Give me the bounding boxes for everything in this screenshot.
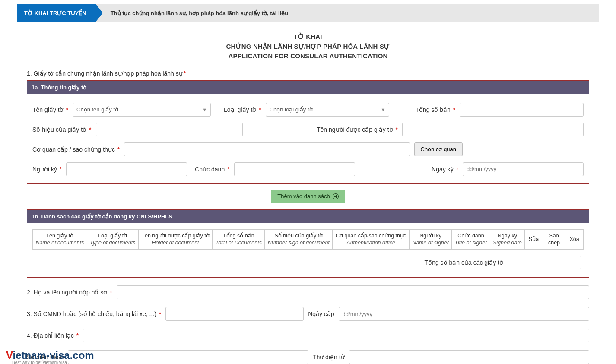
- signer-label: Người ký *: [32, 166, 62, 173]
- doc-name-label: Tên giấy tờ *: [32, 106, 68, 113]
- doc-number-label: Số hiệu của giấy tờ *: [32, 126, 92, 133]
- total-copies-input[interactable]: [460, 103, 584, 117]
- sign-date-input[interactable]: [463, 162, 584, 176]
- col-signer: Người kýName of signer: [409, 229, 451, 250]
- row-issuing-office: Cơ quan cấp / sao chứng thực * Chọn cơ q…: [32, 142, 584, 156]
- title-label: Chức danh *: [195, 166, 229, 173]
- id-number-input[interactable]: [165, 307, 304, 321]
- col-total: Tổng số bảnTotal of Documents: [213, 229, 265, 250]
- form-container: TỜ KHAI CHỨNG NHẬN LÃNH SỰ/HỢP PHÁP HÓA …: [17, 22, 599, 364]
- title-input[interactable]: [234, 162, 355, 176]
- panel-1a-head: 1a. Thông tin giấy tờ: [27, 81, 589, 94]
- breadcrumb-tab: TỜ KHAI TRỰC TUYẾN: [17, 4, 96, 22]
- row-number-holder: Số hiệu của giấy tờ * Tên người được cấp…: [32, 123, 584, 136]
- total-copies-summary-label: Tổng số bản của các giấy tờ: [425, 259, 503, 266]
- col-copy: Sao chép: [543, 229, 565, 250]
- row-signer-title-date: Người ký * Chức danh * Ngày ký *: [32, 162, 584, 176]
- doc-type-label: Loại giấy tờ *: [224, 106, 261, 113]
- heading-line-3: APPLICATION FOR CONSULAR AUTHENTICATION: [27, 51, 589, 61]
- q4-label: 4. Địa chỉ liên lạc *: [27, 332, 79, 339]
- watermark-tagline: Best way to get vietnam visa: [12, 360, 67, 364]
- panel-1b-head: 1b. Danh sách các giấy tờ cần đăng ký CN…: [27, 210, 589, 223]
- q2-row: 2. Họ và tên người nộp hồ sơ *: [27, 285, 589, 299]
- holder-name-input[interactable]: [402, 123, 584, 136]
- phone-input[interactable]: [68, 350, 308, 364]
- col-delete: Xóa: [565, 229, 584, 250]
- page-root: TỜ KHAI TRỰC TUYẾN Thủ tục chứng nhận lã…: [0, 4, 616, 364]
- col-number: Số hiệu của giấy tờNumber sign of docume…: [265, 229, 333, 250]
- add-to-list-row: Thêm vào danh sách: [27, 190, 589, 203]
- chevron-down-icon: ▼: [381, 107, 386, 112]
- row-doc-name-type-total: Tên giấy tờ * Chọn tên giấy tờ ▼ Loại gi…: [32, 103, 584, 117]
- q4-row: 4. Địa chỉ liên lạc *: [27, 329, 589, 342]
- q2-label: 2. Họ và tên người nộp hồ sơ *: [27, 289, 112, 296]
- doc-type-select[interactable]: Chọn loại giấy tờ ▼: [266, 103, 390, 117]
- documents-table: Tên giấy tờName of documents Loại giấy t…: [32, 229, 584, 250]
- total-copies-summary: Tổng số bản của các giấy tờ: [32, 250, 584, 271]
- issuing-office-input[interactable]: [124, 142, 410, 156]
- col-date: Ngày kýSigned date: [490, 229, 524, 250]
- address-input[interactable]: [83, 329, 589, 342]
- applicant-name-input[interactable]: [117, 285, 589, 299]
- chevron-down-icon: ▼: [202, 107, 207, 112]
- panel-1b: 1b. Danh sách các giấy tờ cần đăng ký CN…: [27, 209, 589, 278]
- signer-input[interactable]: [66, 162, 187, 176]
- holder-name-label: Tên người được cấp giấy tờ *: [317, 126, 398, 133]
- breadcrumb-bar: TỜ KHAI TRỰC TUYẾN Thủ tục chứng nhận lã…: [17, 4, 599, 22]
- col-office: Cơ quan cấp/sao chứng thựcAuthentication…: [333, 229, 409, 250]
- doc-number-input[interactable]: [96, 123, 243, 136]
- doc-name-select[interactable]: Chọn tên giấy tờ ▼: [73, 103, 211, 117]
- table-header-row: Tên giấy tờName of documents Loại giấy t…: [33, 229, 584, 250]
- question-1-label: 1. Giấy tờ cần chứng nhận lãnh sự/hợp ph…: [27, 70, 589, 77]
- col-holder: Tên người được cấp giấy tờHolder of docu…: [138, 229, 213, 250]
- email-label: Thư điện tử: [313, 354, 345, 361]
- sign-date-label: Ngày ký *: [432, 166, 458, 173]
- breadcrumb-title: Thủ tục chứng nhận lãnh sự, hợp pháp hóa…: [96, 4, 289, 22]
- watermark-logo: Vietnam-visa.com: [6, 349, 94, 361]
- col-doc-name: Tên giấy tờName of documents: [33, 229, 87, 250]
- form-heading: TỜ KHAI CHỨNG NHẬN LÃNH SỰ/HỢP PHÁP HÓA …: [27, 32, 589, 61]
- choose-office-button[interactable]: Chọn cơ quan: [414, 142, 463, 156]
- total-copies-summary-input[interactable]: [508, 256, 581, 269]
- heading-line-1: TỜ KHAI: [27, 32, 589, 42]
- issue-date-label: Ngày cấp: [308, 310, 334, 317]
- panel-1a: 1a. Thông tin giấy tờ Tên giấy tờ * Chọn…: [27, 80, 589, 184]
- total-copies-label: Tổng số bản *: [415, 106, 455, 113]
- phone-email-row: Số điện thoại Thư điện tử: [27, 350, 589, 364]
- panel-1a-body: Tên giấy tờ * Chọn tên giấy tờ ▼ Loại gi…: [27, 94, 589, 183]
- q3-label: 3. Số CMND hoặc (số hộ chiếu, bằng lái x…: [27, 310, 161, 317]
- add-to-list-button[interactable]: Thêm vào danh sách: [271, 190, 345, 203]
- plus-circle-icon: [333, 193, 339, 199]
- issuing-office-label: Cơ quan cấp / sao chứng thực *: [32, 146, 120, 153]
- col-edit: Sửa: [525, 229, 543, 250]
- col-doc-type: Loại giấy tờType of documents: [87, 229, 138, 250]
- issue-date-input[interactable]: [339, 307, 589, 321]
- heading-line-2: CHỨNG NHẬN LÃNH SỰ/HỢP PHÁP HÓA LÃNH SỰ: [27, 42, 589, 52]
- col-title: Chức danhTitle of signer: [452, 229, 490, 250]
- panel-1b-body: Tên giấy tờName of documents Loại giấy t…: [27, 223, 589, 278]
- q3-row: 3. Số CMND hoặc (số hộ chiếu, bằng lái x…: [27, 307, 589, 321]
- email-input[interactable]: [349, 350, 589, 364]
